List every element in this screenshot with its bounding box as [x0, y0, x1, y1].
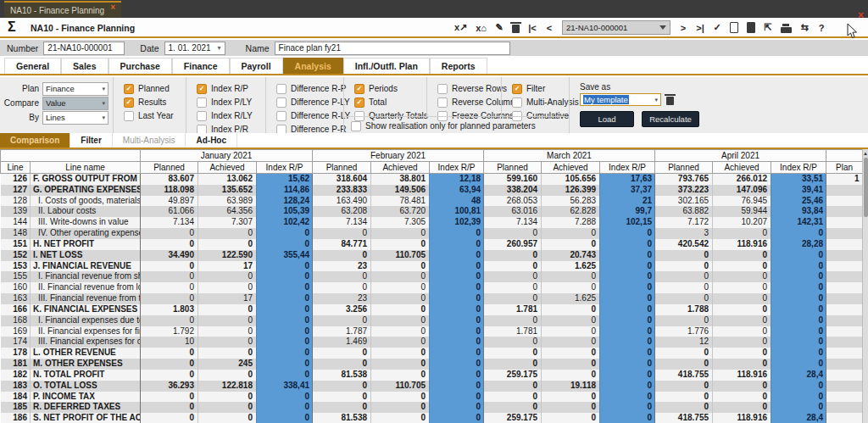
window-tab[interactable]: NA10 - Finance Planning ×	[4, 1, 121, 18]
table-row[interactable]: 184P. INCOME TAX000000000000	[1, 392, 863, 403]
column-header[interactable]: Achieved	[371, 162, 430, 174]
periods-checkbox[interactable]: Periods	[354, 82, 426, 95]
chevron-down-icon[interactable]: ▾	[211, 44, 221, 52]
chevron-down-icon[interactable]: ▾	[654, 97, 658, 103]
name-field[interactable]: Finace plan fy21	[275, 42, 510, 55]
column-header[interactable]: Planned	[141, 162, 198, 174]
checkbox-icon[interactable]	[512, 84, 522, 94]
table-row[interactable]: 181M. OTHER EXPENSES02450000000000	[1, 359, 863, 370]
column-header[interactable]: Achieved	[713, 162, 771, 174]
tab-infl-outfl-plan[interactable]: Infl./Outfl. Plan	[343, 58, 430, 74]
table-row[interactable]: 139II. Labour costs61.06664.356105,3963.…	[1, 206, 863, 217]
delete-template-icon[interactable]	[666, 97, 674, 105]
show-realisation-checkbox[interactable]: Show realisation only for planned parame…	[351, 120, 569, 132]
column-header[interactable]: Achieved	[542, 162, 600, 174]
checkbox-icon[interactable]	[354, 97, 364, 108]
table-row[interactable]: 152I. NET LOSS34.490122.590355,440110.70…	[1, 250, 863, 261]
total-checkbox[interactable]: Total	[354, 96, 426, 109]
table-row[interactable]: 153J. FINANCIAL REVENUE0170230001.625000…	[1, 261, 863, 272]
next-record-icon[interactable]: >	[679, 21, 687, 35]
table-row[interactable]: 185R. DEFERRED TAXES000000000000	[1, 402, 863, 413]
collapse-icon[interactable]: ⇱	[764, 21, 772, 35]
subtab-multi-analysis[interactable]: Multi-Analysis	[113, 133, 186, 147]
checkbox-icon[interactable]	[437, 84, 448, 94]
tab-payroll[interactable]: Payroll	[230, 58, 283, 74]
clear-edit-icon[interactable]: ✎	[495, 21, 504, 35]
index-r-ly-checkbox[interactable]: Index R/LY	[197, 109, 265, 122]
multi-analysis-checkbox[interactable]: Multi-Analysis	[512, 96, 570, 109]
table-row[interactable]: 148IV. Other operating expenses000000000…	[1, 228, 863, 239]
filter-checkbox[interactable]: Filter	[512, 82, 570, 95]
new-document-icon[interactable]	[730, 22, 738, 33]
table-row[interactable]: 174III. Financial expenses for operatin1…	[1, 337, 863, 348]
table-row[interactable]: 128I. Costs of goods, materials, and se4…	[1, 196, 863, 207]
excel-export-icon[interactable]: x↗	[454, 21, 467, 35]
table-row[interactable]: 163III. Financial revenue from the oper0…	[1, 293, 863, 304]
column-header[interactable]: Planned	[313, 162, 371, 174]
tab-close-icon[interactable]: ×	[110, 3, 115, 12]
date-field[interactable]: 1. 01. 2021▾	[164, 42, 225, 55]
column-header[interactable]: Line	[1, 162, 31, 174]
results-checkbox[interactable]: Results	[124, 96, 186, 109]
tab-finance[interactable]: Finance	[172, 58, 230, 74]
checkbox-icon[interactable]	[124, 111, 134, 121]
checkbox-icon[interactable]	[276, 84, 287, 94]
subtab-filter[interactable]: Filter	[70, 133, 112, 147]
by-select[interactable]: Lines▾	[42, 111, 108, 125]
record-selector[interactable]: 21-NA10-000001	[562, 20, 670, 35]
tab-analysis[interactable]: Analysis	[283, 58, 343, 74]
checkbox-icon[interactable]	[197, 84, 207, 94]
tab-purchase[interactable]: Purchase	[108, 58, 172, 74]
reverse-columns-checkbox[interactable]: Reverse Columns	[437, 96, 501, 109]
table-row[interactable]: 178L. OTHER REVENUE000000000000	[1, 348, 863, 359]
table-row[interactable]: 151H. NET PROFIT00084.77100260.95700420.…	[1, 239, 863, 250]
excel-import-icon[interactable]: x⌂	[476, 21, 487, 35]
reverse-rows-checkbox[interactable]: Reverse Rows	[437, 82, 501, 95]
checkbox-icon[interactable]	[437, 97, 448, 108]
transfer-icon[interactable]: ⇆	[800, 21, 809, 35]
table-row[interactable]: 127G. OPERATING EXPENSES118.098135.65211…	[1, 185, 863, 196]
checkbox-icon[interactable]	[354, 84, 364, 94]
recalculate-button[interactable]: Recalculate	[642, 111, 699, 127]
table-row[interactable]: 155I. Financial revenue from shares00000…	[1, 271, 863, 282]
checkbox-icon[interactable]	[276, 111, 287, 121]
chevron-down-icon[interactable]: ▾	[102, 86, 105, 92]
number-field[interactable]: 21-NA10-000001	[43, 42, 125, 55]
index-p-ly-checkbox[interactable]: Index P/LY	[197, 96, 265, 109]
planned-checkbox[interactable]: Planned	[124, 82, 186, 95]
table-row[interactable]: 126F. GROSS OUTPUT FROM BUSINESS83.60713…	[1, 174, 863, 185]
report-icon[interactable]	[747, 22, 755, 33]
subtab-comparison[interactable]: Comparison	[0, 133, 70, 147]
checkbox-icon[interactable]	[124, 84, 134, 94]
checkbox-icon[interactable]	[197, 111, 207, 121]
column-header[interactable]: Index R/P	[600, 162, 655, 174]
table-row[interactable]: 183O. TOTAL LOSS36.293122.818338,410110.…	[1, 381, 863, 392]
tab-reports[interactable]: Reports	[430, 58, 487, 74]
help-icon[interactable]: ?	[817, 21, 826, 35]
subtab-ad-hoc[interactable]: Ad-Hoc	[186, 133, 237, 147]
table-row[interactable]: 186S. NET PROFIT OF THE ACCOUNTING P0008…	[1, 413, 863, 423]
last-year-checkbox[interactable]: Last Year	[124, 109, 186, 122]
difference-r-p-checkbox[interactable]: Difference R-P	[276, 82, 343, 95]
difference-p-ly-checkbox[interactable]: Difference P-LY	[276, 96, 343, 109]
column-header[interactable]: Planned	[484, 162, 542, 174]
difference-r-ly-checkbox[interactable]: Difference R-LY	[276, 109, 343, 122]
table-row[interactable]: 168I. Financial expenses due to impair00…	[1, 315, 863, 326]
checkbox-icon[interactable]	[512, 97, 522, 108]
load-button[interactable]: Load	[580, 111, 634, 127]
plan-select[interactable]: Finance▾	[42, 82, 108, 96]
chevron-down-icon[interactable]: ▾	[102, 100, 105, 107]
column-header[interactable]: Line name	[31, 162, 141, 174]
tab-sales[interactable]: Sales	[61, 58, 108, 74]
column-header[interactable]: Index R/P	[257, 162, 313, 174]
template-combo[interactable]: My template ▾	[580, 93, 661, 106]
filter-funnel-icon[interactable]	[659, 25, 666, 30]
table-row[interactable]: 160II. Financial revenue from loans00000…	[1, 282, 863, 293]
table-row[interactable]: 182N. TOTAL PROFIT00081.53800259.1750041…	[1, 370, 863, 381]
table-row[interactable]: 169II. Financial expenses for financial1…	[1, 326, 863, 337]
previous-record-icon[interactable]: <	[545, 21, 554, 35]
print-icon[interactable]	[781, 27, 792, 33]
table-row[interactable]: 144III. Write-downs in value7.1347.30710…	[1, 217, 863, 228]
table-row[interactable]: 166K. FINANCIAL EXPENSES1.803003.256001.…	[1, 304, 863, 315]
compare-select[interactable]: Value▾	[42, 97, 108, 110]
